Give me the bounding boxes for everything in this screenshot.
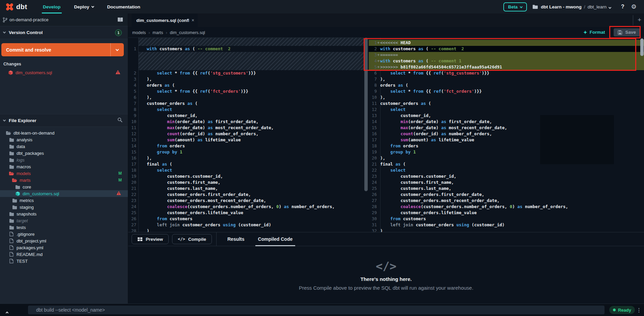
code-line[interactable]: 16), [128,155,364,161]
version-control-header[interactable]: Version Control 1 [0,26,128,39]
code-line[interactable]: 17final as ( [128,161,364,167]
code-line[interactable]: 15 max(order_date) as most_recent_order_… [369,125,644,131]
code-line[interactable]: 10 min(order_date) as first_order_date, [128,119,364,125]
code-line[interactable]: 25 customer_orders.lifetime_value [128,210,364,216]
code-line[interactable]: 17 sum(amount) as lifetime_value [369,137,644,143]
code-line[interactable]: 6 select * from {{ ref('stg_customers')}… [369,70,644,76]
code-line[interactable]: 10), [369,94,644,100]
code-line[interactable]: 23 customer_orders.most_recent_order_dat… [128,198,364,204]
tree-item-dbt-learn-on-demand[interactable]: dbt-learn-on-demand [0,130,128,136]
code-line[interactable]: 31 left join customer_orders using (cust… [369,222,644,228]
code-line[interactable]: 18 select [128,167,364,173]
search-icon[interactable] [117,117,122,122]
code-line[interactable]: 11 max(order_date) as most_recent_order_… [128,125,364,131]
tree-item-test[interactable]: TEST [0,258,128,264]
code-line[interactable]: 20 customers.first_name, [128,179,364,185]
diff-pane-incoming[interactable]: 1+<<<<<<< HEAD2with customers as ( -- co… [369,38,644,232]
code-line[interactable]: 14 from orders [128,143,364,149]
tab-dim-customers[interactable]: dim_customers.sql (confli... × [132,13,198,27]
tree-item-models[interactable]: modelsM [0,170,128,177]
code-line[interactable]: 1+<<<<<<< HEAD [369,40,644,46]
commit-options-dropdown[interactable] [110,43,124,56]
diff-pane-current[interactable]: 1with customers as ( -- comment 22 selec… [128,38,364,232]
gear-icon[interactable]: ⚙ [631,3,637,10]
tree-item-analysis[interactable]: analysis [0,136,128,143]
code-line[interactable]: 6), [128,94,364,100]
tab-results[interactable]: Results [225,232,247,246]
tree-item-dim-customers-sql[interactable]: dim_customers.sql [0,190,128,197]
code-line[interactable]: 30 from customers [369,216,644,222]
code-line[interactable]: 22 customer_orders.first_order_date, [128,192,364,198]
code-line[interactable]: 3+======= [369,52,644,58]
file-explorer-header[interactable]: File Explorer [0,114,128,127]
code-line[interactable]: 7), [369,76,644,82]
tree-item-dbt-packages[interactable]: dbt_packages [0,150,128,156]
new-tab-icon[interactable]: + [638,16,641,24]
breadcrumb-item[interactable]: dim_customers.sql [170,30,205,35]
format-button[interactable]: ✦ Format [583,30,605,35]
tree-item-macros[interactable]: macros [0,163,128,170]
code-line[interactable]: 32) [369,228,644,232]
diff-editor[interactable]: 1with customers as ( -- comment 22 selec… [128,38,644,232]
tree-item-data[interactable]: data [0,143,128,150]
tree-item-target[interactable]: target [0,217,128,224]
code-line[interactable]: 25 customers.last_name, [369,185,644,192]
left-pane-scrollbar[interactable] [364,38,368,191]
breadcrumb-item[interactable]: models [132,30,146,35]
save-button[interactable]: Save [614,28,640,36]
code-line[interactable]: 29 customer_orders.lifetime_value [369,210,644,216]
preview-button[interactable]: Preview [132,234,169,244]
code-line[interactable]: 19 customers.customer_id, [128,173,364,179]
code-line[interactable]: 28) [128,228,364,232]
tree-item-staging[interactable]: staging [0,204,128,210]
compile-button[interactable]: </> Compile [172,234,212,244]
command-input[interactable] [28,306,605,314]
nav-item-deploy[interactable]: Deploy [73,0,95,13]
code-line[interactable]: 26 from customers [128,216,364,222]
branch-selector[interactable]: on-demand-practice [0,13,128,26]
code-line[interactable]: 26 customer_orders.first_order_date, [369,192,644,198]
code-line[interactable]: 13 sum(amount) as lifetime_value [128,137,364,143]
code-line[interactable]: 3), [128,76,364,82]
account-name[interactable]: dbt Learn - mwong [541,4,582,9]
tree-item--gitignore[interactable]: .gitignore [0,231,128,237]
code-line[interactable]: 5 select * from {{ ref('fct_orders')}} [128,88,364,94]
code-line[interactable]: 15 group by 1 [128,149,364,155]
tree-item-logs[interactable]: logs [0,156,128,163]
code-line[interactable]: 12 count(order_id) as number_of_orders, [128,131,364,137]
editor-scrollbar[interactable] [640,38,644,56]
breadcrumb-item[interactable]: marts [152,30,163,35]
changed-file-row[interactable]: dim_customers.sql [0,69,128,76]
code-line[interactable]: 13 customer_id, [369,113,644,119]
help-icon[interactable]: ? [621,4,624,10]
tree-item-metrics[interactable]: metrics [0,197,128,204]
code-line[interactable]: 5+>>>>>>> b81f802a66fd544504c65721e3ffaa… [369,64,644,70]
code-line[interactable]: 21final as ( [369,161,644,167]
tab-compiled-code[interactable]: Compiled Code [255,232,296,246]
code-line[interactable]: 22 select [369,167,644,173]
code-line[interactable]: 23 customers.customer_id, [369,173,644,179]
code-line[interactable]: 2with customers as ( -- comment 2 [369,46,644,52]
nav-item-documentation[interactable]: Documentation [106,0,141,13]
code-line[interactable]: 16 count(order_id) as number_of_orders, [369,131,644,137]
kebab-menu-icon[interactable]: ⋮ [636,307,642,313]
code-line[interactable]: 27 left join customer_orders using (cust… [128,222,364,228]
tree-item-dbt-project-yml[interactable]: dbt_project.yml [0,237,128,244]
tree-item-packages-yml[interactable]: packages.yml [0,244,128,251]
code-line[interactable]: 1with customers as ( -- comment 2 [128,46,364,52]
beta-dropdown[interactable]: Beta [503,2,527,11]
code-line[interactable]: 14 min(order_date) as first_order_date, [369,119,644,125]
tree-item-tests[interactable]: tests [0,224,128,231]
code-line[interactable]: 8orders as ( [369,82,644,88]
code-line[interactable]: 12 select [369,107,644,113]
code-line[interactable]: 2 select * from {{ ref('stg_customers')}… [128,70,364,76]
tree-item-snapshots[interactable]: snapshots [0,210,128,217]
code-line[interactable]: 20), [369,155,644,161]
docs-book-icon[interactable] [117,17,123,22]
code-line[interactable]: 27 customer_orders.most_recent_order_dat… [369,198,644,204]
code-line[interactable]: 4+with customers as ( -- comment 1 [369,58,644,64]
code-line[interactable]: 7customer_orders as ( [128,100,364,107]
collapse-panel-button[interactable] [6,309,8,315]
tree-item-readme-md[interactable]: README.md [0,251,128,258]
tree-item-marts[interactable]: martsM [0,177,128,183]
